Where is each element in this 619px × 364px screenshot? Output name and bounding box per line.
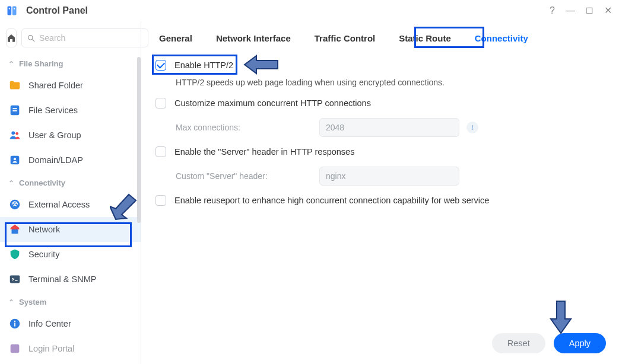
domain-icon <box>8 154 21 167</box>
chevron-up-icon: ⌃ <box>8 179 14 187</box>
sidebar-item-info-center[interactable]: Info Center <box>0 311 141 336</box>
sidebar-item-label: External Access <box>28 200 90 209</box>
sidebar-item-label: User & Group <box>28 130 81 140</box>
home-button[interactable] <box>6 28 17 47</box>
app-icon <box>5 4 19 18</box>
search-input[interactable] <box>39 33 143 43</box>
svg-point-18 <box>14 321 15 322</box>
svg-rect-14 <box>12 229 18 234</box>
svg-rect-0 <box>8 7 12 15</box>
tab-connectivity[interactable]: Connectivity <box>471 31 532 46</box>
section-label: File Sharing <box>19 59 63 68</box>
tab-traffic-control[interactable]: Traffic Control <box>311 31 379 46</box>
sidebar-item-label: Shared Folder <box>28 81 83 90</box>
input-max-connections <box>319 118 459 137</box>
sidebar-item-security[interactable]: Security <box>0 242 141 267</box>
sidebar-item-shared-folder[interactable]: Shared Folder <box>0 73 141 98</box>
connectivity-panel: Enable HTTP/2 HTTP/2 speeds up web page … <box>141 52 619 364</box>
sidebar-item-login-portal[interactable]: Login Portal <box>0 336 141 361</box>
tab-bar: General Network Interface Traffic Contro… <box>141 21 619 52</box>
section-label: System <box>19 298 46 306</box>
network-icon <box>8 223 21 236</box>
svg-point-12 <box>14 158 16 160</box>
svg-point-2 <box>9 8 10 9</box>
sidebar-item-domain-ldap[interactable]: Domain/LDAP <box>0 148 141 173</box>
search-icon <box>27 34 36 43</box>
desc-http2: HTTP/2 speeds up web page loading when u… <box>176 78 605 87</box>
svg-point-4 <box>28 35 33 40</box>
sidebar-item-user-group[interactable]: User & Group <box>0 123 141 148</box>
svg-rect-19 <box>11 344 20 353</box>
maximize-icon[interactable]: ☐ <box>586 7 593 15</box>
svg-rect-1 <box>12 7 17 15</box>
login-portal-icon <box>8 342 21 355</box>
titlebar: Control Panel ? — ☐ ✕ <box>0 0 619 21</box>
info-icon[interactable]: i <box>466 122 478 133</box>
tab-general[interactable]: General <box>155 31 196 46</box>
section-label: Connectivity <box>19 178 65 187</box>
folder-icon <box>8 79 21 92</box>
checkbox-http2[interactable] <box>155 60 166 71</box>
terminal-icon <box>8 273 21 286</box>
chevron-up-icon: ⌃ <box>8 298 14 306</box>
reset-button[interactable]: Reset <box>492 333 545 353</box>
checkbox-server-header[interactable] <box>155 146 166 157</box>
sidebar: ⌃ File Sharing Shared Folder File Servic… <box>0 21 141 364</box>
content-area: General Network Interface Traffic Contro… <box>141 21 619 364</box>
sidebar-item-label: Security <box>28 250 59 259</box>
svg-line-5 <box>32 39 34 41</box>
shield-icon <box>8 248 21 261</box>
label-max-connections: Max connections: <box>176 123 312 132</box>
help-icon[interactable]: ? <box>550 6 555 15</box>
apply-button[interactable]: Apply <box>554 333 606 353</box>
footer-buttons: Reset Apply <box>492 333 606 353</box>
input-custom-header <box>319 167 459 186</box>
checkbox-reuseport[interactable] <box>155 195 166 206</box>
svg-rect-15 <box>10 276 20 283</box>
minimize-icon[interactable]: — <box>566 6 575 15</box>
sidebar-item-label: Network <box>28 225 60 234</box>
row-enable-http2[interactable]: Enable HTTP/2 <box>155 55 605 75</box>
svg-point-3 <box>14 8 15 9</box>
users-icon <box>8 129 21 142</box>
sidebar-item-label: Terminal & SNMP <box>28 274 96 284</box>
label-custom-header: Custom "Server" header: <box>176 171 312 181</box>
home-icon <box>7 33 16 43</box>
sidebar-item-file-services[interactable]: File Services <box>0 98 141 123</box>
label-customize-conn: Customize maximum concurrent HTTP connec… <box>174 98 371 108</box>
info-icon <box>8 317 21 330</box>
row-customize-conn[interactable]: Customize maximum concurrent HTTP connec… <box>155 93 605 113</box>
section-connectivity[interactable]: ⌃ Connectivity <box>0 173 141 192</box>
label-server-header: Enable the "Server" header in HTTP respo… <box>174 147 354 157</box>
tab-static-route[interactable]: Static Route <box>395 31 455 46</box>
file-services-icon <box>8 104 21 117</box>
row-reuseport[interactable]: Enable reuseport to enhance high concurr… <box>155 190 605 210</box>
tab-network-interface[interactable]: Network Interface <box>212 31 294 46</box>
svg-rect-8 <box>12 110 17 111</box>
section-system[interactable]: ⌃ System <box>0 292 141 311</box>
svg-point-10 <box>15 132 18 135</box>
row-server-header[interactable]: Enable the "Server" header in HTTP respo… <box>155 142 605 162</box>
search-field[interactable] <box>21 28 148 47</box>
sidebar-item-terminal-snmp[interactable]: Terminal & SNMP <box>0 267 141 292</box>
svg-point-9 <box>11 131 15 135</box>
link-icon <box>8 198 21 211</box>
sidebar-item-label: File Services <box>28 106 78 115</box>
close-icon[interactable]: ✕ <box>604 6 612 15</box>
scrollbar-thumb[interactable] <box>137 57 141 223</box>
svg-rect-17 <box>14 323 15 326</box>
sidebar-item-label: Domain/LDAP <box>28 155 83 165</box>
svg-rect-7 <box>12 108 17 109</box>
label-reuseport: Enable reuseport to enhance high concurr… <box>174 196 489 205</box>
label-http2: Enable HTTP/2 <box>174 60 233 70</box>
sidebar-item-label: Info Center <box>28 319 71 328</box>
sidebar-item-external-access[interactable]: External Access <box>0 192 141 217</box>
sidebar-item-network[interactable]: Network <box>0 217 141 242</box>
window-title: Control Panel <box>26 5 550 16</box>
section-file-sharing[interactable]: ⌃ File Sharing <box>0 53 141 73</box>
sidebar-item-label: Login Portal <box>28 344 74 353</box>
checkbox-customize-conn[interactable] <box>155 98 166 108</box>
chevron-up-icon: ⌃ <box>8 60 14 68</box>
